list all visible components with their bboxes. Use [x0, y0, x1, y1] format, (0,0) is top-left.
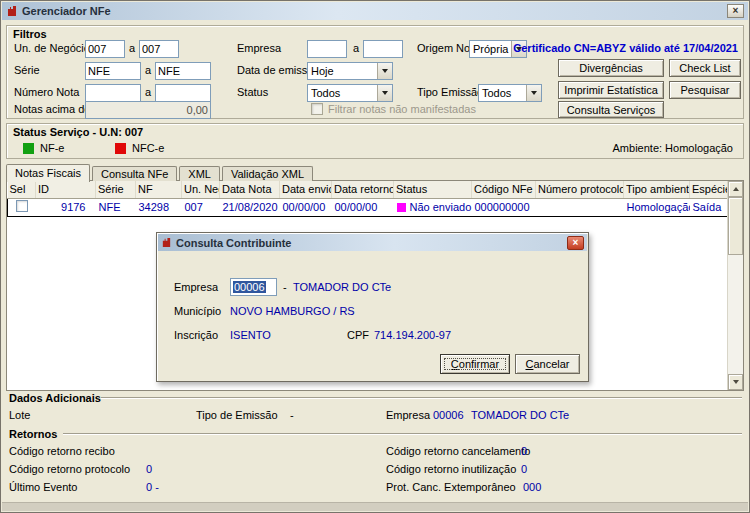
- row-sel-cell[interactable]: [8, 198, 36, 216]
- dialog-icon: [161, 237, 172, 248]
- data-emissao-select[interactable]: Hoje: [307, 62, 393, 80]
- scrollbar-up-button[interactable]: [728, 181, 743, 197]
- data-emissao-dropdown-button[interactable]: [377, 63, 392, 79]
- numero-nota-from-input[interactable]: [85, 84, 141, 102]
- tipo-emissao-dropdown-button[interactable]: [526, 85, 541, 101]
- empresa-info-code: 00006: [433, 409, 464, 421]
- filtros-groupbox: Filtros Un. de Negócio a Empresa a Orige…: [6, 25, 744, 119]
- chevron-down-icon: [531, 91, 537, 95]
- row-data-envio-cell[interactable]: 00/00/00: [280, 198, 332, 216]
- tab-consulta-nfe[interactable]: Consulta NFe: [92, 166, 177, 181]
- col-nf[interactable]: NF: [136, 181, 182, 198]
- tab-xml[interactable]: XML: [179, 166, 220, 181]
- filtros-title: Filtros: [13, 28, 47, 40]
- empresa-info-name: TOMADOR DO CTe: [471, 409, 569, 421]
- nfe-label: NF-e: [40, 142, 64, 154]
- prot-canc-label: Prot. Canc. Extemporâneo: [386, 481, 516, 493]
- status-filter-select[interactable]: Todos: [307, 84, 393, 102]
- tab-validacao-xml[interactable]: Validação XML: [222, 166, 313, 181]
- imprimir-estatistica-button[interactable]: Imprimir Estatística: [558, 81, 664, 99]
- data-emissao-value: Hoje: [308, 65, 377, 77]
- nfe-status-swatch: [23, 143, 34, 154]
- col-data-nota[interactable]: Data Nota: [220, 181, 280, 198]
- col-status[interactable]: Status: [394, 181, 472, 198]
- col-especie[interactable]: Espécie: [690, 181, 730, 198]
- un-negocio-range-sep: a: [129, 42, 135, 54]
- status-dropdown-button[interactable]: [377, 85, 392, 101]
- ultimo-evento-label: Último Evento: [9, 481, 77, 493]
- cancelar-button[interactable]: Cancelar: [515, 354, 580, 374]
- notas-acima-input[interactable]: [85, 101, 211, 119]
- main-window: Gerenciador NFe × Filtros Un. de Negócio…: [0, 0, 750, 513]
- row-especie-cell[interactable]: Saída: [690, 198, 730, 216]
- window-close-button[interactable]: ×: [727, 4, 744, 18]
- grid-header-row: Sel ID Série NF Un. Neg. Data Nota Data …: [8, 181, 730, 198]
- numero-nota-range-sep: a: [145, 86, 151, 98]
- status-filter-label: Status: [237, 86, 268, 98]
- tipo-emissao-value: Todos: [479, 87, 526, 99]
- numero-nota-to-input[interactable]: [155, 84, 211, 102]
- col-serie[interactable]: Série: [96, 181, 136, 198]
- consulta-servicos-button[interactable]: Consulta Serviços: [558, 101, 664, 118]
- scroll-down-icon: [733, 380, 739, 384]
- retorno-cancelamento-value: 0: [521, 445, 527, 457]
- nota-table-row[interactable]: 9176 NFE 34298 007 21/08/2020 00/00/00 0…: [8, 198, 730, 216]
- pesquisar-button[interactable]: Pesquisar: [669, 81, 741, 99]
- dialog-titlebar[interactable]: Consulta Contribuinte ×: [158, 234, 587, 251]
- scrollbar-down-button[interactable]: [728, 374, 743, 390]
- dialog-close-button[interactable]: ×: [567, 236, 584, 250]
- un-negocio-to-input[interactable]: [139, 40, 179, 58]
- row-status-cell[interactable]: Não enviado: [394, 198, 472, 216]
- row-id-cell[interactable]: 9176: [36, 198, 96, 216]
- dlg-municipio-value: NOVO HAMBURGO / RS: [230, 305, 355, 317]
- tipo-emissao-select[interactable]: Todos: [478, 84, 542, 102]
- row-serie-cell[interactable]: NFE: [96, 198, 136, 216]
- un-negocio-label: Un. de Negócio: [14, 42, 90, 54]
- filtrar-notas-label: Filtrar notas não manifestadas: [328, 103, 476, 115]
- row-codigo-nfe-cell[interactable]: 000000000: [472, 198, 536, 216]
- empresa-from-input[interactable]: [307, 40, 347, 58]
- window-titlebar[interactable]: Gerenciador NFe ×: [2, 2, 748, 20]
- tab-notas-fiscais[interactable]: Notas Fiscais: [6, 164, 90, 182]
- window-bottom-bar: [2, 502, 748, 511]
- row-data-retorno-cell[interactable]: 00/00/00: [332, 198, 394, 216]
- row-checkbox[interactable]: [16, 200, 28, 212]
- col-id[interactable]: ID: [36, 181, 96, 198]
- row-unneg-cell[interactable]: 007: [182, 198, 220, 216]
- row-data-nota-cell[interactable]: 21/08/2020: [220, 198, 280, 216]
- consulta-contribuinte-dialog: Consulta Contribuinte × Empresa 00006 - …: [156, 232, 589, 382]
- retornos-title: Retornos: [9, 428, 57, 440]
- row-numero-protocolo-cell[interactable]: [536, 198, 624, 216]
- check-list-button[interactable]: Check List: [669, 59, 741, 77]
- col-numero-protocolo[interactable]: Número protocolo: [536, 181, 624, 198]
- serie-from-input[interactable]: [85, 62, 141, 80]
- un-negocio-from-input[interactable]: [85, 40, 125, 58]
- col-tipo-ambiente[interactable]: Tipo ambiente: [624, 181, 690, 198]
- dlg-empresa-sep: -: [283, 281, 287, 293]
- scrollbar-thumb[interactable]: [728, 197, 743, 255]
- numero-nota-label: Número Nota: [14, 86, 79, 98]
- empresa-label: Empresa: [237, 42, 281, 54]
- notas-grid: Sel ID Série NF Un. Neg. Data Nota Data …: [7, 181, 730, 217]
- dados-adicionais-divider: [101, 397, 742, 399]
- row-tipo-ambiente-cell[interactable]: Homologação: [624, 198, 690, 216]
- serie-to-input[interactable]: [155, 62, 211, 80]
- serie-range-sep: a: [145, 64, 151, 76]
- confirmar-button[interactable]: Confirmar: [440, 354, 510, 374]
- col-codigo-nfe[interactable]: Código NFe: [472, 181, 536, 198]
- divergencias-button[interactable]: Divergências: [558, 59, 664, 77]
- dados-adicionais-title: Dados Adicionais: [9, 392, 101, 404]
- empresa-to-input[interactable]: [363, 40, 403, 58]
- ambiente-label: Ambiente: Homologação: [613, 142, 733, 154]
- grid-vertical-scrollbar[interactable]: [727, 181, 743, 390]
- col-data-retorno[interactable]: Data retorno: [332, 181, 394, 198]
- col-sel[interactable]: Sel: [8, 181, 36, 198]
- status-filter-value: Todos: [308, 87, 377, 99]
- filtrar-notas-checkbox[interactable]: [311, 103, 323, 115]
- col-un-neg[interactable]: Un. Neg.: [182, 181, 220, 198]
- notas-tabstrip: Notas Fiscais Consulta NFe XML Validação…: [6, 163, 315, 181]
- col-data-envio[interactable]: Data envio: [280, 181, 332, 198]
- dlg-inscricao-label: Inscrição: [174, 329, 218, 341]
- row-nf-cell[interactable]: 34298: [136, 198, 182, 216]
- dlg-empresa-input[interactable]: 00006: [230, 278, 277, 296]
